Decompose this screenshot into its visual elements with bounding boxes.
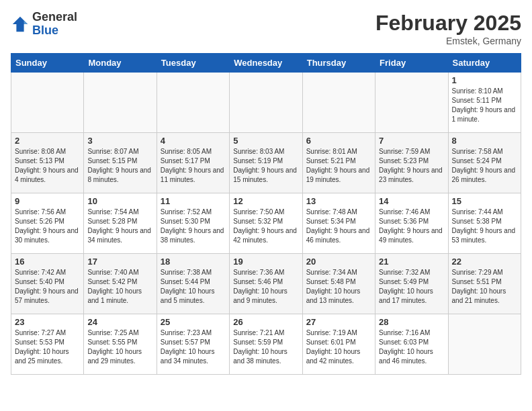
day-info: Sunrise: 7:44 AM Sunset: 5:38 PM Dayligh… — [452, 208, 517, 245]
day-number: 5 — [233, 136, 298, 146]
calendar-cell: 13Sunrise: 7:48 AM Sunset: 5:34 PM Dayli… — [302, 193, 375, 254]
calendar-cell: 26Sunrise: 7:21 AM Sunset: 5:59 PM Dayli… — [230, 314, 302, 375]
day-number: 7 — [379, 136, 444, 146]
day-info: Sunrise: 7:52 AM Sunset: 5:30 PM Dayligh… — [161, 208, 226, 245]
day-info: Sunrise: 8:01 AM Sunset: 5:21 PM Dayligh… — [306, 147, 371, 185]
weekday-header-tuesday: Tuesday — [157, 54, 229, 73]
day-info: Sunrise: 7:16 AM Sunset: 6:03 PM Dayligh… — [379, 328, 444, 366]
calendar-cell: 16Sunrise: 7:42 AM Sunset: 5:40 PM Dayli… — [11, 254, 84, 314]
calendar-week-3: 9Sunrise: 7:56 AM Sunset: 5:26 PM Daylig… — [11, 193, 521, 254]
day-info: Sunrise: 7:56 AM Sunset: 5:26 PM Dayligh… — [15, 208, 80, 245]
calendar-cell: 19Sunrise: 7:36 AM Sunset: 5:46 PM Dayli… — [230, 254, 302, 314]
calendar-cell — [448, 314, 521, 375]
page-header: General Blue February 2025 Emstek, Germa… — [11, 11, 521, 46]
day-number: 22 — [452, 257, 517, 267]
title-block: February 2025 Emstek, Germany — [375, 11, 521, 46]
weekday-header-monday: Monday — [84, 54, 157, 73]
calendar-cell — [230, 73, 302, 133]
day-number: 21 — [379, 257, 444, 267]
calendar-cell — [375, 73, 448, 133]
weekday-header-saturday: Saturday — [448, 54, 521, 73]
calendar-header: SundayMondayTuesdayWednesdayThursdayFrid… — [11, 54, 521, 73]
calendar-cell: 9Sunrise: 7:56 AM Sunset: 5:26 PM Daylig… — [11, 193, 84, 254]
calendar-week-2: 2Sunrise: 8:08 AM Sunset: 5:13 PM Daylig… — [11, 133, 521, 193]
day-number: 18 — [161, 257, 226, 267]
day-number: 10 — [87, 196, 152, 206]
calendar-cell: 7Sunrise: 7:59 AM Sunset: 5:23 PM Daylig… — [375, 133, 448, 193]
calendar-cell: 21Sunrise: 7:32 AM Sunset: 5:49 PM Dayli… — [375, 254, 448, 314]
day-number: 24 — [87, 317, 152, 327]
day-info: Sunrise: 8:10 AM Sunset: 5:11 PM Dayligh… — [452, 87, 517, 124]
calendar-cell — [302, 73, 375, 133]
day-info: Sunrise: 7:50 AM Sunset: 5:32 PM Dayligh… — [233, 208, 298, 245]
calendar-cell — [157, 73, 229, 133]
weekday-header-sunday: Sunday — [11, 54, 84, 73]
calendar-cell: 15Sunrise: 7:44 AM Sunset: 5:38 PM Dayli… — [448, 193, 521, 254]
day-number: 2 — [15, 136, 80, 146]
day-info: Sunrise: 7:54 AM Sunset: 5:28 PM Dayligh… — [87, 208, 152, 245]
logo: General Blue — [11, 11, 77, 38]
weekday-header-thursday: Thursday — [302, 54, 375, 73]
day-info: Sunrise: 8:08 AM Sunset: 5:13 PM Dayligh… — [15, 147, 80, 185]
calendar-cell: 23Sunrise: 7:27 AM Sunset: 5:53 PM Dayli… — [11, 314, 84, 375]
calendar-cell: 4Sunrise: 8:05 AM Sunset: 5:17 PM Daylig… — [157, 133, 229, 193]
weekday-header-wednesday: Wednesday — [230, 54, 302, 73]
day-number: 23 — [15, 317, 80, 327]
day-info: Sunrise: 7:25 AM Sunset: 5:55 PM Dayligh… — [87, 328, 152, 366]
logo-icon — [11, 15, 30, 34]
calendar-cell: 3Sunrise: 8:07 AM Sunset: 5:15 PM Daylig… — [84, 133, 157, 193]
calendar-table: SundayMondayTuesdayWednesdayThursdayFrid… — [11, 53, 521, 375]
day-number: 28 — [379, 317, 444, 327]
day-number: 3 — [87, 136, 152, 146]
day-number: 27 — [306, 317, 371, 327]
day-info: Sunrise: 7:59 AM Sunset: 5:23 PM Dayligh… — [379, 147, 444, 185]
calendar-cell: 22Sunrise: 7:29 AM Sunset: 5:51 PM Dayli… — [448, 254, 521, 314]
day-number: 12 — [233, 196, 298, 206]
weekday-header-friday: Friday — [375, 54, 448, 73]
day-number: 4 — [161, 136, 226, 146]
day-info: Sunrise: 7:32 AM Sunset: 5:49 PM Dayligh… — [379, 268, 444, 306]
calendar-cell: 20Sunrise: 7:34 AM Sunset: 5:48 PM Dayli… — [302, 254, 375, 314]
day-info: Sunrise: 7:34 AM Sunset: 5:48 PM Dayligh… — [306, 268, 371, 306]
day-info: Sunrise: 7:38 AM Sunset: 5:44 PM Dayligh… — [161, 268, 226, 306]
calendar-cell: 24Sunrise: 7:25 AM Sunset: 5:55 PM Dayli… — [84, 314, 157, 375]
calendar-week-5: 23Sunrise: 7:27 AM Sunset: 5:53 PM Dayli… — [11, 314, 521, 375]
day-number: 6 — [306, 136, 371, 146]
calendar-cell — [84, 73, 157, 133]
calendar-week-4: 16Sunrise: 7:42 AM Sunset: 5:40 PM Dayli… — [11, 254, 521, 314]
day-number: 17 — [87, 257, 152, 267]
day-number: 19 — [233, 257, 298, 267]
day-info: Sunrise: 8:03 AM Sunset: 5:19 PM Dayligh… — [233, 147, 298, 185]
calendar-cell: 8Sunrise: 7:58 AM Sunset: 5:24 PM Daylig… — [448, 133, 521, 193]
calendar-body: 1Sunrise: 8:10 AM Sunset: 5:11 PM Daylig… — [11, 73, 521, 375]
day-number: 13 — [306, 196, 371, 206]
day-number: 26 — [233, 317, 298, 327]
calendar-cell: 25Sunrise: 7:23 AM Sunset: 5:57 PM Dayli… — [157, 314, 229, 375]
day-info: Sunrise: 7:58 AM Sunset: 5:24 PM Dayligh… — [452, 147, 517, 185]
calendar-cell: 1Sunrise: 8:10 AM Sunset: 5:11 PM Daylig… — [448, 73, 521, 133]
calendar-cell: 10Sunrise: 7:54 AM Sunset: 5:28 PM Dayli… — [84, 193, 157, 254]
calendar-cell: 5Sunrise: 8:03 AM Sunset: 5:19 PM Daylig… — [230, 133, 302, 193]
calendar-cell: 6Sunrise: 8:01 AM Sunset: 5:21 PM Daylig… — [302, 133, 375, 193]
day-info: Sunrise: 7:40 AM Sunset: 5:42 PM Dayligh… — [87, 268, 152, 306]
day-info: Sunrise: 8:05 AM Sunset: 5:17 PM Dayligh… — [161, 147, 226, 185]
day-number: 9 — [15, 196, 80, 206]
day-info: Sunrise: 7:29 AM Sunset: 5:51 PM Dayligh… — [452, 268, 517, 306]
location-subtitle: Emstek, Germany — [375, 36, 521, 46]
day-info: Sunrise: 7:27 AM Sunset: 5:53 PM Dayligh… — [15, 328, 80, 366]
calendar-cell: 28Sunrise: 7:16 AM Sunset: 6:03 PM Dayli… — [375, 314, 448, 375]
day-info: Sunrise: 7:19 AM Sunset: 6:01 PM Dayligh… — [306, 328, 371, 366]
day-number: 1 — [452, 75, 517, 85]
calendar-cell: 14Sunrise: 7:46 AM Sunset: 5:36 PM Dayli… — [375, 193, 448, 254]
day-number: 20 — [306, 257, 371, 267]
calendar-cell: 27Sunrise: 7:19 AM Sunset: 6:01 PM Dayli… — [302, 314, 375, 375]
day-info: Sunrise: 7:21 AM Sunset: 5:59 PM Dayligh… — [233, 328, 298, 366]
day-info: Sunrise: 7:36 AM Sunset: 5:46 PM Dayligh… — [233, 268, 298, 306]
day-info: Sunrise: 8:07 AM Sunset: 5:15 PM Dayligh… — [87, 147, 152, 185]
calendar-cell: 12Sunrise: 7:50 AM Sunset: 5:32 PM Dayli… — [230, 193, 302, 254]
calendar-week-1: 1Sunrise: 8:10 AM Sunset: 5:11 PM Daylig… — [11, 73, 521, 133]
day-info: Sunrise: 7:46 AM Sunset: 5:36 PM Dayligh… — [379, 208, 444, 245]
day-number: 16 — [15, 257, 80, 267]
day-number: 8 — [452, 136, 517, 146]
day-number: 15 — [452, 196, 517, 206]
